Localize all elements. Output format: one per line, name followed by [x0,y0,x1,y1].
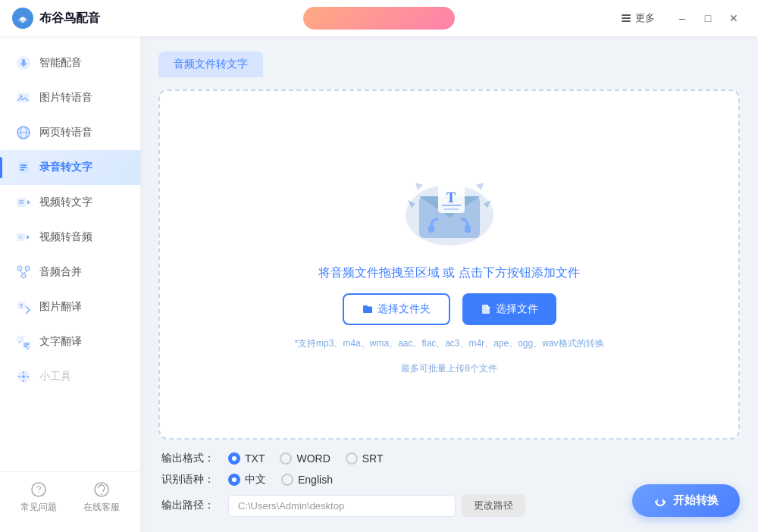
tools-icon [15,368,32,385]
minimize-button[interactable]: – [670,8,694,29]
sidebar-label-recording-to-text: 录音转文字 [39,161,92,174]
batch-note: 最多可批量上传8个文件 [401,362,497,375]
file-icon [481,304,491,315]
drop-zone[interactable]: T 将音频文件拖拽至区域 或 点击下方按钮添加文件 [158,89,740,440]
sidebar-item-video-to-audio[interactable]: 视频转音频 [0,220,140,255]
tab-bar: 音频文件转文字 [158,52,740,77]
language-label: 识别语种： [161,473,216,487]
sidebar: 智能配音 图片转语音 网页转语音 录音转文字 [0,36,140,532]
sidebar-item-audio-merge[interactable]: 音频合并 [0,255,140,289]
format-txt-radio[interactable] [228,452,240,465]
more-button[interactable]: 更多 [620,11,655,25]
mic-icon [15,55,32,71]
sidebar-label-video-to-text: 视频转文字 [39,196,92,209]
svg-rect-2 [622,14,631,16]
svg-rect-31 [23,342,30,348]
sidebar-label-web-to-speech: 网页转语音 [39,126,92,139]
text-icon [15,159,32,176]
close-button[interactable]: ✕ [722,8,746,29]
format-txt[interactable]: TXT [228,452,265,465]
lang-chinese-label: 中文 [245,473,266,487]
drop-hint-text: 将音频文件拖拽至区域 或 点击下方按钮添加文件 [318,265,580,281]
svg-rect-3 [622,17,631,19]
titlebar-banner [303,7,455,30]
format-note: *支持mp3、m4a、wma、aac、flac、ac3、m4r、ape、ogg、… [294,337,603,350]
svg-text:?: ? [36,484,42,495]
choose-file-button[interactable]: 选择文件 [462,293,556,325]
main-layout: 智能配音 图片转语音 网页转语音 录音转文字 [0,36,758,532]
format-srt-radio[interactable] [346,452,358,465]
image-translate-icon [15,299,32,315]
svg-point-1 [20,18,25,23]
svg-marker-21 [27,235,30,239]
convert-icon [653,494,667,508]
lang-chinese[interactable]: 中文 [228,473,266,487]
change-path-button[interactable]: 更改路径 [462,494,525,517]
sidebar-label-text-translate: 文字翻译 [39,335,82,349]
sidebar-label-audio-merge: 音频合并 [39,265,82,279]
folder-icon [362,304,373,315]
sidebar-item-image-to-speech[interactable]: 图片转语音 [0,80,140,115]
lang-english-label: English [298,474,333,486]
svg-point-24 [21,274,26,278]
svg-rect-4 [622,20,631,22]
sidebar-label-more-tools: 小工具 [39,370,71,383]
svg-rect-48 [465,225,471,233]
drop-illustration: T [396,155,503,253]
format-word-label: WORD [296,452,330,465]
sidebar-footer: ? 常见问题 在线客服 [0,471,140,523]
start-convert-button[interactable]: 开始转换 [632,484,740,517]
sidebar-item-ai-dubbing[interactable]: 智能配音 [0,45,140,80]
drop-buttons: 选择文件夹 选择文件 [343,293,556,325]
tab-audio-to-text[interactable]: 音频文件转文字 [158,52,263,77]
sidebar-label-image-translate: 图片翻译 [39,300,82,314]
svg-point-39 [101,493,102,495]
svg-marker-17 [27,200,30,205]
svg-point-8 [20,95,23,98]
sidebar-label-image-to-speech: 图片转语音 [39,91,92,105]
path-input[interactable] [228,495,456,517]
faq-label: 常见问题 [20,501,57,514]
output-path-label: 输出路径： [161,499,216,512]
content-area: 音频文件转文字 T [140,36,758,532]
titlebar: 布谷鸟配音 更多 – □ ✕ [0,0,758,36]
faq-item[interactable]: ? 常见问题 [20,481,57,514]
choose-folder-button[interactable]: 选择文件夹 [343,293,450,325]
sidebar-item-recording-to-text[interactable]: 录音转文字 [0,150,140,185]
sidebar-item-web-to-speech[interactable]: 网页转语音 [0,115,140,150]
app-logo-icon [12,8,33,29]
svg-line-26 [23,271,27,274]
svg-rect-16 [17,198,26,207]
svg-line-25 [20,271,23,274]
format-txt-label: TXT [245,452,265,465]
video-text-icon [15,194,32,211]
output-format-label: 输出格式： [161,452,216,465]
sidebar-nav: 智能配音 图片转语音 网页转语音 录音转文字 [0,45,140,471]
app-logo: 布谷鸟配音 [12,8,100,29]
sidebar-item-text-translate[interactable]: 文字翻译 [0,324,140,359]
format-radio-group: TXT WORD SRT [228,452,384,465]
faq-icon: ? [30,481,47,498]
sidebar-item-image-translate[interactable]: 图片翻译 [0,289,140,324]
support-label: 在线客服 [83,501,120,514]
app-title: 布谷鸟配音 [39,11,100,27]
titlebar-controls: 更多 – □ ✕ [620,8,746,29]
format-srt[interactable]: SRT [346,452,384,465]
lang-chinese-radio[interactable] [228,474,240,486]
chat-translate-icon [15,333,32,350]
lang-english-radio[interactable] [281,474,293,486]
layers-icon [620,12,632,24]
format-word-radio[interactable] [280,452,292,465]
video-audio-icon [15,229,32,246]
support-item[interactable]: 在线客服 [83,481,120,514]
sidebar-item-video-to-text[interactable]: 视频转文字 [0,185,140,220]
image-icon [15,89,32,106]
support-icon [93,481,110,498]
format-word[interactable]: WORD [280,452,330,465]
svg-rect-30 [17,336,24,342]
svg-point-23 [25,266,30,271]
sidebar-item-more-tools[interactable]: 小工具 [0,359,140,394]
maximize-button[interactable]: □ [696,8,720,29]
lang-english[interactable]: English [281,474,333,486]
format-srt-label: SRT [362,452,384,465]
